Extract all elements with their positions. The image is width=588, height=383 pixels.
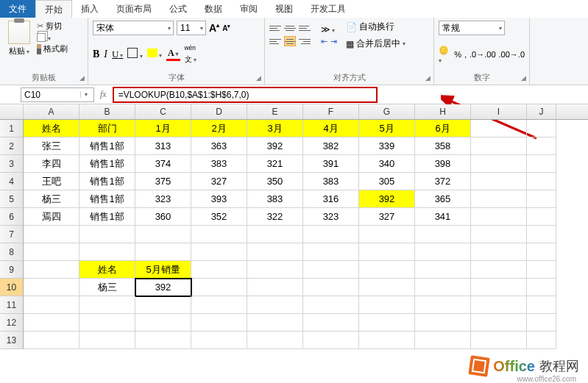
cell[interactable]: 李四 (24, 155, 79, 173)
copy-button[interactable] (37, 33, 68, 42)
cell[interactable] (471, 173, 527, 190)
cell[interactable]: 340 (359, 155, 415, 173)
cell[interactable] (24, 243, 79, 261)
cell[interactable]: 363 (191, 137, 247, 155)
cell[interactable] (247, 314, 303, 332)
cell[interactable] (527, 208, 556, 226)
cell[interactable] (527, 243, 556, 261)
cell[interactable] (527, 173, 556, 190)
cut-button[interactable]: ✂剪切 (37, 21, 68, 32)
italic-button[interactable]: I (104, 49, 107, 60)
underline-button[interactable]: U (112, 49, 123, 60)
align-top-button[interactable] (269, 23, 281, 33)
col-header-A[interactable]: A (24, 104, 79, 119)
tab-insert[interactable]: 插入 (72, 0, 107, 18)
cell[interactable]: 352 (191, 208, 247, 226)
cell[interactable]: 销售1部 (79, 173, 135, 190)
alignment-launcher-icon[interactable]: ◢ (425, 74, 431, 82)
row-header-2[interactable]: 2 (0, 137, 24, 155)
col-header-I[interactable]: I (471, 104, 527, 119)
cell[interactable]: 383 (247, 190, 303, 208)
cell[interactable]: 2月 (191, 120, 247, 137)
cell[interactable] (359, 332, 415, 349)
cell[interactable] (471, 279, 527, 296)
col-header-D[interactable]: D (191, 104, 247, 119)
cell[interactable] (471, 120, 527, 137)
number-format-select[interactable]: 常规 (439, 21, 505, 35)
cell[interactable]: 350 (247, 173, 303, 190)
row-header-6[interactable]: 6 (0, 208, 24, 226)
cell[interactable] (24, 296, 79, 314)
cell[interactable] (527, 296, 556, 314)
cell[interactable] (191, 332, 247, 349)
cell[interactable] (527, 137, 556, 155)
increase-decimal-button[interactable]: .0→.00 (470, 50, 495, 59)
cell[interactable]: 313 (135, 137, 191, 155)
fx-icon[interactable]: fx (100, 89, 107, 100)
cell[interactable] (527, 314, 556, 332)
cell[interactable]: 323 (303, 208, 359, 226)
cell[interactable]: 销售1部 (79, 190, 135, 208)
cell[interactable] (471, 296, 527, 314)
cell[interactable] (415, 296, 471, 314)
cell[interactable]: 327 (359, 208, 415, 226)
cell[interactable] (79, 226, 135, 243)
font-launcher-icon[interactable]: ◢ (256, 74, 261, 82)
align-bottom-button[interactable] (299, 23, 311, 33)
cell[interactable]: 305 (359, 173, 415, 190)
name-box-dropdown-icon[interactable]: ▾ (80, 91, 91, 98)
cell[interactable]: 4月 (303, 120, 359, 137)
row-header-13[interactable]: 13 (0, 332, 24, 349)
increase-indent-button[interactable]: ⇥ (330, 37, 337, 46)
cell[interactable]: 316 (303, 190, 359, 208)
row-header-10[interactable]: 10 (0, 279, 24, 296)
cell[interactable] (247, 296, 303, 314)
cell[interactable] (303, 243, 359, 261)
cell[interactable]: 3月 (247, 120, 303, 137)
row-header-1[interactable]: 1 (0, 120, 24, 137)
cell[interactable] (191, 296, 247, 314)
select-all-corner[interactable] (0, 104, 24, 119)
cell[interactable] (415, 314, 471, 332)
percent-button[interactable]: % (454, 50, 461, 59)
cell[interactable] (359, 226, 415, 243)
align-center-button[interactable] (284, 36, 296, 46)
cell[interactable] (24, 261, 79, 279)
number-launcher-icon[interactable]: ◢ (521, 74, 526, 82)
cell[interactable] (471, 208, 527, 226)
cell[interactable]: 321 (247, 155, 303, 173)
border-button[interactable] (127, 48, 142, 60)
cell[interactable]: 部门 (79, 120, 135, 137)
cell[interactable]: 1月 (135, 120, 191, 137)
cell[interactable] (527, 120, 556, 137)
cell[interactable] (135, 332, 191, 349)
cell[interactable]: 398 (415, 155, 471, 173)
cell[interactable]: 383 (191, 155, 247, 173)
cell[interactable] (135, 243, 191, 261)
cell[interactable]: 392 (135, 279, 191, 296)
cell[interactable] (527, 226, 556, 243)
cell[interactable] (415, 332, 471, 349)
cell[interactable] (24, 332, 79, 349)
col-header-F[interactable]: F (303, 104, 359, 119)
cell[interactable] (303, 332, 359, 349)
decrease-decimal-button[interactable]: .00→.0 (499, 50, 525, 59)
cell[interactable] (527, 190, 556, 208)
row-header-11[interactable]: 11 (0, 296, 24, 314)
tab-formulas[interactable]: 公式 (160, 0, 196, 18)
phonetic-guide-button[interactable]: wén文 (185, 44, 196, 65)
cell[interactable] (415, 243, 471, 261)
decrease-indent-button[interactable]: ⇤ (321, 37, 327, 46)
cell[interactable] (471, 137, 527, 155)
name-box[interactable]: C10 ▾ (21, 87, 94, 102)
comma-button[interactable]: , (464, 50, 467, 59)
cell[interactable]: 王吧 (24, 173, 79, 190)
cell[interactable]: 销售1部 (79, 155, 135, 173)
col-header-C[interactable]: C (135, 104, 191, 119)
font-family-select[interactable]: 宋体 (93, 21, 174, 35)
tab-home[interactable]: 开始 (35, 0, 72, 18)
cell[interactable]: 365 (415, 190, 471, 208)
cell[interactable] (79, 296, 135, 314)
cell[interactable] (303, 314, 359, 332)
cell[interactable]: 392 (247, 137, 303, 155)
